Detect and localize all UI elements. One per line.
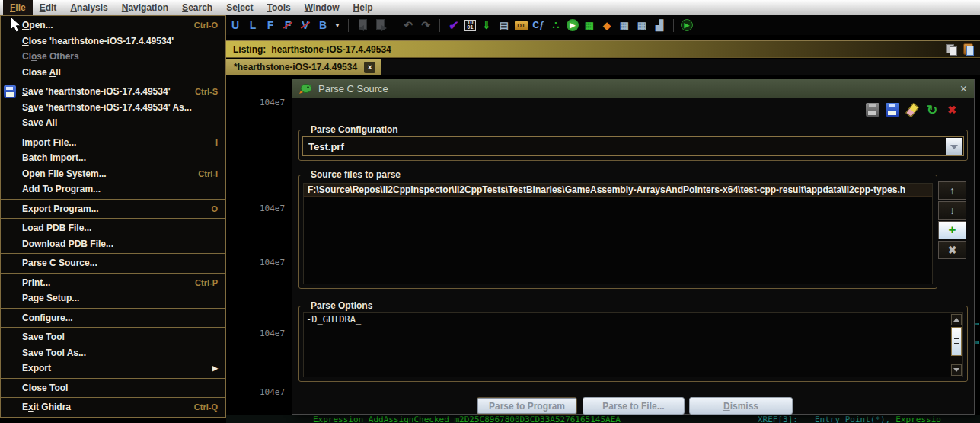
menu-item[interactable]: Export▶: [1, 361, 225, 377]
dialog-title-bar[interactable]: Parse C Source ×: [292, 79, 974, 98]
menu-item[interactable]: Download PDB File...: [1, 236, 225, 252]
b-code-icon[interactable]: B: [316, 18, 330, 32]
menu-item[interactable]: Open...Ctrl-O: [1, 18, 225, 34]
menu-item-accelerator: Ctrl-I: [198, 169, 218, 178]
menu-item[interactable]: Import File...I: [1, 135, 225, 151]
menu-item[interactable]: Close All: [1, 65, 225, 81]
menu-item[interactable]: Add To Program...: [1, 181, 225, 197]
clear-profile-icon[interactable]: [905, 103, 919, 117]
menu-item[interactable]: Save 'hearthstone-iOS-17.4.49534'Ctrl-S: [1, 84, 225, 100]
save-profile-as-icon[interactable]: [886, 103, 899, 117]
menu-bar-item-label: Tools: [267, 2, 291, 13]
menu-item[interactable]: Save All: [1, 115, 225, 131]
source-files-list[interactable]: F:\Source\Repos\Il2CppInspector\Il2CppTe…: [303, 183, 933, 284]
menu-item-label: Save Tool: [22, 332, 65, 342]
dialog-close-icon[interactable]: ×: [960, 83, 967, 95]
l-code-icon[interactable]: L: [246, 18, 260, 32]
listing-header: Listing: hearthstone-iOS-17.4.49534: [226, 40, 980, 58]
listing-header-program: hearthstone-iOS-17.4.49534: [271, 44, 391, 55]
remove-file-button[interactable]: ✖: [938, 241, 966, 259]
menu-bar-item[interactable]: Window: [298, 0, 346, 15]
menu-bar-item[interactable]: Analysis: [63, 0, 114, 15]
listing-header-label: Listing:: [233, 44, 266, 55]
menu-bar-item[interactable]: Help: [346, 0, 380, 15]
dismiss-button[interactable]: Dismiss: [689, 397, 793, 415]
menu-item-label: Close 'hearthstone-iOS-17.4.49534': [22, 36, 174, 46]
menu-bar-item[interactable]: Tools: [260, 0, 298, 15]
menu-item-label: Close All: [22, 67, 61, 78]
u-code-icon[interactable]: U: [228, 18, 242, 32]
tab-hearthstone[interactable]: *hearthstone-iOS-17.4.49534 ×: [226, 59, 381, 75]
chart-page-icon[interactable]: ▟: [653, 18, 666, 32]
menu-item-accelerator: Ctrl-S: [195, 87, 218, 96]
run-analysis-icon[interactable]: ▶: [567, 19, 579, 31]
move-down-button[interactable]: ↓: [938, 201, 966, 220]
menu-bar-item[interactable]: File: [3, 0, 33, 15]
delete-profile-icon[interactable]: ✖: [945, 103, 959, 117]
menu-item-label: Page Setup...: [22, 293, 79, 303]
menu-bar-item[interactable]: Navigation: [115, 0, 175, 15]
scrollbar-thumb[interactable]: [951, 327, 962, 356]
dropdown-arrow-icon[interactable]: ▾: [334, 18, 341, 32]
menu-item[interactable]: Export Program...O: [1, 201, 225, 217]
listing-address: 104e7: [260, 203, 285, 213]
redo-icon: ↷: [419, 18, 433, 32]
binary-codes-icon[interactable]: 10 01: [464, 20, 476, 31]
menu-item[interactable]: Exit GhidraCtrl-Q: [1, 399, 225, 415]
menu-item[interactable]: Open File System...Ctrl-I: [1, 166, 225, 182]
move-up-button[interactable]: ↑: [938, 181, 966, 200]
import-down-icon[interactable]: ⇓: [480, 18, 493, 32]
scrollbar-down-button[interactable]: [951, 364, 962, 376]
f-clear-icon[interactable]: F: [281, 18, 295, 32]
parse-configuration-combobox[interactable]: Test.prf: [302, 136, 964, 156]
parse-options-textarea[interactable]: -D_GHIDRA_: [303, 312, 963, 377]
menu-item[interactable]: Batch Import...: [1, 150, 225, 166]
menu-item[interactable]: Parse C Source...: [1, 255, 225, 271]
menu-item[interactable]: Close Tool: [1, 380, 225, 396]
menu-item[interactable]: Page Setup...: [1, 290, 225, 306]
memory-map-icon[interactable]: ▤: [497, 18, 511, 32]
source-file-row[interactable]: F:\Source\Repos\Il2CppInspector\Il2CppTe…: [304, 184, 932, 197]
combobox-dropdown-button[interactable]: [946, 138, 962, 155]
table-go-icon[interactable]: ▦: [635, 18, 649, 32]
v-clear-icon[interactable]: V: [298, 18, 312, 32]
symbol-tree-icon[interactable]: ∴: [549, 18, 563, 32]
data-type-manager-icon[interactable]: DT: [515, 21, 528, 30]
refresh-icon[interactable]: ↻: [925, 103, 939, 117]
separator: [1, 397, 225, 398]
menu-item[interactable]: Save Tool: [1, 329, 225, 345]
separator: [1, 327, 225, 328]
chevron-down-icon: [950, 145, 958, 153]
f-code-icon[interactable]: F: [263, 18, 277, 32]
validate-icon[interactable]: ✔: [447, 18, 461, 32]
undo-icon: ↶: [401, 18, 415, 32]
vertical-scrollbar[interactable]: [950, 313, 962, 377]
separator: [1, 218, 225, 219]
add-file-button[interactable]: +: [938, 221, 966, 239]
menu-item[interactable]: Load PDB File...: [1, 220, 225, 236]
parse-to-file-button[interactable]: Parse to File...: [583, 397, 685, 415]
menu-item-label: Save 'hearthstone-iOS-17.4.49534': [22, 86, 170, 97]
menu-bar-item-label: Select: [226, 2, 253, 13]
tab-close-icon[interactable]: ×: [364, 62, 375, 73]
menu-item[interactable]: Save Tool As...: [1, 345, 225, 361]
paste-icon[interactable]: [963, 43, 973, 55]
memory-chip-icon[interactable]: ▦: [583, 18, 596, 32]
menu-item-accelerator: Ctrl-Q: [194, 402, 218, 412]
menu-bar-item[interactable]: Select: [219, 0, 260, 15]
menu-item[interactable]: Save 'hearthstone-iOS-17.4.49534' As...: [1, 100, 225, 116]
diamond-icon[interactable]: ◆: [600, 18, 614, 32]
separator: [1, 82, 225, 82]
menu-item[interactable]: Configure...: [1, 310, 225, 326]
table-icon[interactable]: ▦: [618, 18, 631, 32]
menu-bar-item[interactable]: Edit: [33, 0, 64, 15]
run-script-icon[interactable]: ▶: [681, 19, 693, 31]
menu-item[interactable]: Print...Ctrl-P: [1, 275, 225, 291]
listing-address: 104e7: [260, 387, 285, 397]
menu-bar-item[interactable]: Search: [175, 0, 219, 15]
c-function-icon[interactable]: Cƒ: [531, 18, 545, 32]
parse-options-group: Parse Options -D_GHIDRA_: [298, 306, 968, 382]
menu-item[interactable]: Close 'hearthstone-iOS-17.4.49534': [1, 34, 225, 50]
scrollbar-up-button[interactable]: [951, 314, 962, 325]
copy-icon[interactable]: [946, 43, 957, 55]
